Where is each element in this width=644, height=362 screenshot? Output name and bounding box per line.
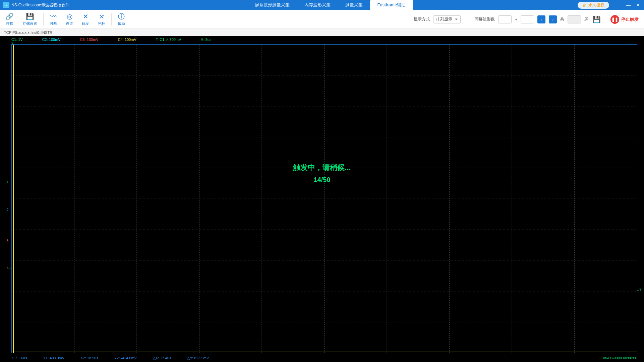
left-markers: 1→ 2→ 3→ 4→ bbox=[7, 44, 11, 353]
scope-footer: X1: 1.6us Y1: 408.9mV X2: 18.9us Y2: -41… bbox=[11, 355, 637, 361]
cursor-x2: X2: 18.9us bbox=[80, 356, 98, 360]
title-bar: osc NS-Oscilloscope示波器程控软件 屏幕波形测量采集 内存波形… bbox=[0, 0, 644, 10]
connect-label: 连接 bbox=[6, 21, 13, 26]
title-right: ♛ 永久授权 👤 — ✕ bbox=[578, 1, 644, 9]
trigger-label: 触发 bbox=[82, 21, 89, 26]
address-bar: TCPIP0::x.x.x.x::inst0::INSTR bbox=[0, 29, 644, 36]
wave-icon: 〰 bbox=[50, 12, 57, 20]
display-mode-value: 排列显示 bbox=[436, 16, 452, 22]
next-page-button[interactable]: › bbox=[549, 15, 557, 23]
tool-group-left: 🔗 连接 💾 存储设置 bbox=[5, 12, 37, 26]
range-from-input[interactable] bbox=[498, 15, 512, 23]
target-icon: ◎ bbox=[67, 12, 72, 20]
tab-screen-capture[interactable]: 屏幕波形测量采集 bbox=[247, 0, 297, 10]
minimize-button[interactable]: — bbox=[626, 2, 631, 8]
trigger-marker-right: ←T bbox=[636, 288, 641, 292]
toolbar: 🔗 连接 💾 存储设置 〰 时基 ◎ 通道 ✕ 触发 ⤧ 光标 ⓘ 帮助 bbox=[0, 10, 644, 29]
display-mode-select[interactable]: 排列显示 bbox=[433, 15, 461, 23]
toolbar-separator bbox=[43, 13, 44, 25]
range-separator: ~ bbox=[515, 17, 517, 22]
screens-label: 同屏波形数 bbox=[475, 16, 495, 22]
stop-trigger-label: 停止触发 bbox=[621, 16, 639, 22]
channel-label: 通道 bbox=[66, 21, 73, 26]
window-buttons: — ✕ bbox=[626, 2, 640, 8]
trigger-info: T: C1 ↗ 500mV bbox=[156, 38, 181, 42]
scope-area: C1: 1V C2: 100mV C3: 100mV C4: 100mV T: … bbox=[0, 36, 644, 362]
help-label: 帮助 bbox=[118, 21, 125, 26]
main-tabs: 屏幕波形测量采集 内存波形采集 测量采集 Fastframe辅助 bbox=[83, 0, 578, 10]
cursor-y2: Y2: -414.6mV bbox=[114, 356, 137, 360]
channel1-info: C1: 1V bbox=[11, 38, 23, 42]
cross-icon: ✕ bbox=[83, 12, 89, 20]
save-icon: 💾 bbox=[26, 12, 34, 20]
trigger-button[interactable]: ✕ 触发 bbox=[82, 12, 89, 26]
connect-button[interactable]: 🔗 连接 bbox=[5, 12, 14, 26]
total-prefix: 共 bbox=[560, 16, 564, 22]
plot-area[interactable] bbox=[11, 44, 637, 353]
storage-button[interactable]: 💾 存储设置 bbox=[22, 12, 37, 26]
channel2-info: C2: 100mV bbox=[42, 38, 61, 42]
app-title: NS-Oscilloscope示波器程控软件 bbox=[11, 2, 69, 8]
app-icon: osc bbox=[3, 2, 9, 8]
timebase-button[interactable]: 〰 时基 bbox=[50, 12, 57, 26]
close-button[interactable]: ✕ bbox=[636, 2, 640, 8]
horizontal-info: H: 2us bbox=[200, 38, 211, 42]
triggering-text: 触发中，请稍候... bbox=[293, 163, 351, 173]
help-icon: ⓘ bbox=[118, 12, 125, 20]
cursor-icon: ⤧ bbox=[99, 12, 105, 20]
total-screens-input[interactable] bbox=[568, 15, 581, 23]
progress-counter: 14/50 bbox=[293, 176, 351, 184]
cursor-y1: Y1: 408.9mV bbox=[43, 356, 64, 360]
total-suffix: 屏 bbox=[584, 16, 588, 22]
storage-label: 存储设置 bbox=[22, 21, 37, 26]
toolbar-right: 显示方式 排列显示 同屏波形数 ~ ‹ › 共 屏 💾 ❚❚ 停止触发 bbox=[414, 15, 639, 24]
timestamp: 00-00-0000 00:00:00 bbox=[603, 356, 637, 360]
tool-group-mid: 〰 时基 ◎ 通道 ✕ 触发 ⤧ 光标 bbox=[50, 12, 105, 26]
channel4-info: C4: 100mV bbox=[118, 38, 136, 42]
channel-button[interactable]: ◎ 通道 bbox=[66, 12, 73, 26]
range-to-input[interactable] bbox=[521, 15, 534, 23]
cursor-label: 光标 bbox=[98, 21, 105, 26]
license-label: 永久授权 bbox=[588, 2, 604, 8]
help-button[interactable]: ⓘ 帮助 bbox=[118, 12, 125, 26]
cursor-dy: △Y: 823.5mV bbox=[187, 356, 209, 360]
stop-trigger-button[interactable]: ❚❚ 停止触发 bbox=[610, 15, 639, 24]
tab-measure-capture[interactable]: 测量采集 bbox=[338, 0, 370, 10]
user-icon[interactable]: 👤 bbox=[614, 1, 621, 9]
center-message: 触发中，请稍候... 14/50 bbox=[293, 163, 351, 184]
cursor-dx: △X: 17.4us bbox=[153, 356, 171, 360]
display-mode-label: 显示方式 bbox=[414, 16, 430, 22]
prev-page-button[interactable]: ‹ bbox=[537, 15, 545, 23]
grid-svg bbox=[12, 45, 637, 353]
cursor-x1: X1: 1.6us bbox=[11, 356, 27, 360]
tab-memory-capture[interactable]: 内存波形采集 bbox=[297, 0, 338, 10]
tab-fastframe[interactable]: Fastframe辅助 bbox=[370, 0, 413, 10]
instrument-address: TCPIP0::x.x.x.x::inst0::INSTR bbox=[4, 31, 52, 35]
tool-group-help: ⓘ 帮助 bbox=[118, 12, 125, 26]
pause-icon: ❚❚ bbox=[610, 15, 619, 24]
save-waveform-button[interactable]: 💾 bbox=[592, 15, 601, 24]
crown-icon: ♛ bbox=[582, 3, 586, 8]
channel3-info: C3: 100mV bbox=[80, 38, 99, 42]
cursor-button[interactable]: ⤧ 光标 bbox=[98, 12, 105, 26]
license-pill[interactable]: ♛ 永久授权 bbox=[578, 2, 609, 9]
link-icon: 🔗 bbox=[5, 12, 14, 20]
timebase-label: 时基 bbox=[50, 21, 57, 26]
scope-header: C1: 1V C2: 100mV C3: 100mV C4: 100mV T: … bbox=[0, 36, 644, 43]
toolbar-separator-2 bbox=[111, 13, 112, 25]
